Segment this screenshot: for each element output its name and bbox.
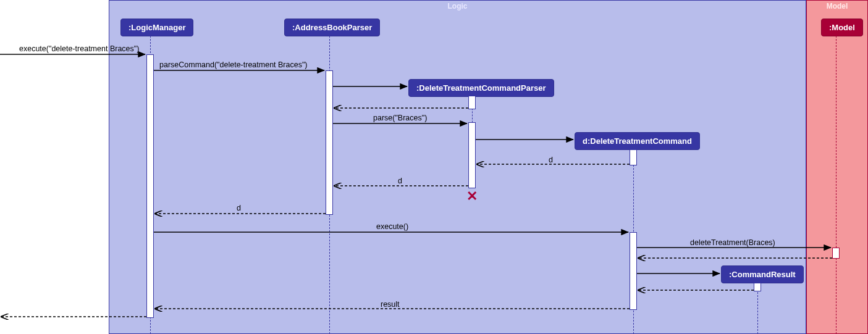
frame-model-title: Model [807,1,867,12]
lifeline-model [836,36,836,334]
participant-label: :Model [829,23,855,32]
activation-dtcp-2 [468,122,476,188]
activation-abp [326,70,333,215]
msg-execute-delete-treatment: execute("delete-treatment Braces") [19,44,139,53]
msg-return-d-2: d [398,177,402,185]
participant-delete-treatment-command-parser: :DeleteTreatmentCommandParser [408,79,554,97]
participant-label: :DeleteTreatmentCommandParser [416,83,546,93]
msg-parse-braces: parse("Braces") [373,114,427,122]
participant-label: :LogicManager [129,23,185,32]
destroy-icon: ✕ [466,190,478,202]
participant-delete-treatment-command: d:DeleteTreatmentCommand [575,132,700,150]
participant-address-book-parser: :AddressBookParser [284,19,380,36]
msg-delete-treatment: deleteTreatment(Braces) [690,238,775,247]
activation-cr [754,283,761,291]
activation-lm [146,54,154,318]
participant-logic-manager: :LogicManager [120,19,193,36]
msg-parse-command: parseCommand("delete-treatment Braces") [159,61,308,69]
participant-model: :Model [821,19,863,36]
frame-logic: Logic [109,0,806,334]
msg-result: result [381,300,400,309]
msg-return-d-3: d [237,204,241,212]
participant-label: :AddressBookParser [292,23,372,32]
frame-logic-title: Logic [109,1,806,12]
activation-dtc-2 [630,232,637,310]
participant-label: :CommandResult [729,270,796,279]
activation-dtc-1 [630,149,637,165]
msg-return-d-1: d [549,156,553,164]
activation-model [832,248,840,259]
participant-command-result: :CommandResult [721,265,804,283]
activation-dtcp-1 [468,96,476,109]
sequence-diagram: Logic Model :LogicManager :AddressBookPa… [0,0,868,334]
participant-label: d:DeleteTreatmentCommand [583,136,692,146]
msg-execute: execute() [376,222,408,231]
frame-model: Model [806,0,868,334]
